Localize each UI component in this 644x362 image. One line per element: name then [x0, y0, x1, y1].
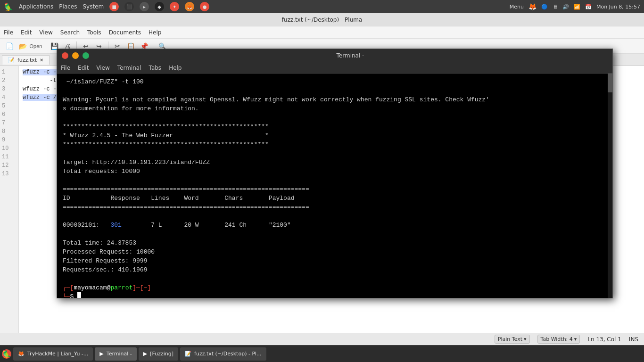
applications-menu[interactable]: Applications: [19, 3, 53, 10]
topbar-right: Menu 🦊 🔵 🖥 🔊 📶 📅 Mon Jun 8, 15:57: [510, 3, 640, 10]
app-icon-3[interactable]: ▸: [140, 2, 149, 11]
datetime: Mon Jun 8, 15:57: [596, 4, 640, 10]
fuzzing-taskbar-icon: ▶: [143, 351, 147, 357]
term-menu-view[interactable]: View: [96, 65, 109, 71]
taskbar-item-fuzzing[interactable]: ▶ [Fuzzing]: [139, 347, 178, 361]
taskbar: 🦜 🦊 TryHackMe | Lian_Yu -... ▶ Terminal …: [0, 345, 644, 362]
line-num-10: 9: [2, 136, 17, 144]
terminal-cursor: [77, 292, 81, 298]
line-num-6: 5: [2, 102, 17, 110]
taskbar-item-pluma-label: fuzz.txt (~/Desktop) - Pl...: [194, 351, 262, 357]
term-menu-tabs[interactable]: Tabs: [149, 65, 162, 71]
taskbar-item-fuzzing-label: [Fuzzing]: [150, 351, 173, 357]
term-line-cmd: ~/island/FUZZ" -t 100: [63, 77, 601, 86]
term-line-sep2: ========================================…: [63, 203, 601, 212]
app-icon-4[interactable]: ◆: [155, 2, 164, 11]
terminal-scrollbar-thumb[interactable]: [608, 74, 612, 92]
firefox-taskbar-icon: 🦊: [18, 351, 25, 357]
term-prompt: ┌─[mayomacam@parrot]─[~]: [63, 283, 601, 292]
term-line-result: 000002101: 301 7 L 20 W 241 Ch "2100": [63, 221, 601, 230]
tab-label: fuzz.txt: [17, 57, 37, 63]
pluma-tab-fuzz[interactable]: 📝 fuzz.txt ✕: [2, 55, 50, 65]
taskbar-item-pluma[interactable]: 📝 fuzz.txt (~/Desktop) - Pl...: [180, 347, 266, 361]
taskbar-item-terminal-label: Terminal -: [107, 351, 132, 357]
terminal-content[interactable]: ~/island/FUZZ" -t 100 Warning: Pycurl is…: [57, 74, 612, 298]
terminal-taskbar-icon: ▶: [99, 351, 103, 357]
tab-icon: 📝: [8, 57, 15, 63]
term-line-processed: Processed Requests: 10000: [63, 247, 601, 256]
firefox-icon[interactable]: 🦊: [185, 2, 194, 11]
pluma-menu-edit[interactable]: Edit: [21, 29, 32, 36]
pluma-menu-view[interactable]: View: [39, 29, 52, 36]
pluma-title: fuzz.txt (~/Desktop) - Pluma: [282, 16, 363, 23]
line-num-13: 12: [2, 161, 17, 170]
tab-width-dropdown[interactable]: Tab Width: 4 ▾: [537, 335, 580, 344]
term-line-sep1: ========================================…: [63, 185, 601, 194]
line-num-7: 6: [2, 110, 17, 119]
bluetooth-icon: 🔵: [541, 4, 548, 10]
term-menu-terminal[interactable]: Terminal: [117, 65, 141, 71]
parrot-icon: 🦜: [4, 2, 13, 11]
tab-width-chevron: ▾: [574, 336, 577, 342]
term-line-version: * Wfuzz 2.4.5 - The Web Fuzzer *: [63, 131, 601, 140]
app-icon-6[interactable]: ●: [200, 2, 209, 11]
terminal-scrollbar[interactable]: [608, 74, 612, 298]
status-plain-text[interactable]: Plain Text ▾: [495, 335, 530, 344]
term-line-stars2: ****************************************…: [63, 140, 601, 149]
status-ins: INS: [629, 336, 638, 343]
term-menu-edit[interactable]: Edit: [78, 65, 89, 71]
taskbar-start-icon[interactable]: 🦜: [2, 349, 11, 359]
app-icon-2[interactable]: ⬛: [124, 2, 134, 11]
line-num-9: 8: [2, 127, 17, 136]
open-text-button[interactable]: Open: [30, 41, 41, 52]
plain-text-dropdown[interactable]: Plain Text ▾: [495, 335, 530, 344]
term-menu-help[interactable]: Help: [169, 65, 182, 71]
taskbar-item-firefox-label: TryHackMe | Lian_Yu -...: [27, 351, 88, 357]
terminal-minimize-btn[interactable]: [72, 52, 79, 59]
tab-close-icon[interactable]: ✕: [40, 58, 43, 63]
terminal-title: Terminal -: [93, 52, 608, 59]
terminal-maximize-btn[interactable]: [83, 52, 89, 59]
terminal-menubar: File Edit View Terminal Tabs Help: [57, 62, 612, 74]
pluma-menu-documents[interactable]: Documents: [109, 29, 141, 36]
ins-label: INS: [629, 336, 638, 343]
menu-button[interactable]: Menu: [510, 4, 524, 10]
plain-text-label: Plain Text: [498, 336, 522, 342]
firefox-icon-right: 🦊: [528, 3, 537, 10]
line-num-14: 13: [2, 170, 17, 178]
app-icon-5[interactable]: ✦: [170, 2, 179, 11]
pluma-status-bar: Plain Text ▾ Tab Width: 4 ▾ Ln 13, Col 1…: [0, 333, 644, 345]
pluma-menu-file[interactable]: File: [4, 29, 13, 36]
term-line-rps: Requests/sec.: 410.1969: [63, 265, 601, 274]
term-line-blank3: [63, 149, 601, 158]
term-line-warning2: s documentation for more information.: [63, 104, 601, 113]
terminal-close-btn[interactable]: [62, 52, 68, 59]
app-icon-1[interactable]: ■: [109, 2, 119, 11]
term-line-total-req: Total requests: 10000: [63, 167, 601, 176]
open-button[interactable]: 📂: [17, 41, 28, 52]
term-line-blank5: [63, 212, 601, 221]
term-menu-file[interactable]: File: [61, 65, 70, 71]
line-num-1: 1: [2, 68, 17, 76]
ln-col-label: Ln 13, Col 1: [587, 336, 621, 343]
audio-icon: 🔊: [562, 4, 569, 10]
term-line-target: Target: http://10.10.191.223/island/FUZZ: [63, 158, 601, 167]
pluma-menu-search[interactable]: Search: [60, 29, 80, 36]
status-tab-width[interactable]: Tab Width: 4 ▾: [537, 335, 580, 344]
taskbar-item-firefox[interactable]: 🦊 TryHackMe | Lian_Yu -...: [13, 347, 93, 361]
system-menu[interactable]: System: [83, 3, 104, 10]
pluma-titlebar: fuzz.txt (~/Desktop) - Pluma: [0, 13, 644, 26]
terminal-titlebar: Terminal -: [57, 49, 612, 62]
line-num-3: 2: [2, 76, 17, 85]
plain-text-chevron: ▾: [524, 336, 527, 342]
pluma-menu-help[interactable]: Help: [149, 29, 161, 36]
new-button[interactable]: 📄: [4, 41, 15, 52]
display-icon: 🖥: [553, 4, 558, 10]
places-menu[interactable]: Places: [59, 3, 77, 10]
term-line-blank2: [63, 113, 601, 122]
calendar-icon: 📅: [585, 4, 592, 10]
term-line-filtered: Filtered Requests: 9999: [63, 256, 601, 265]
taskbar-item-terminal[interactable]: ▶ Terminal -: [95, 347, 136, 361]
pluma-menu-tools[interactable]: Tools: [87, 29, 101, 36]
toolbar-sep-1: [45, 41, 45, 51]
